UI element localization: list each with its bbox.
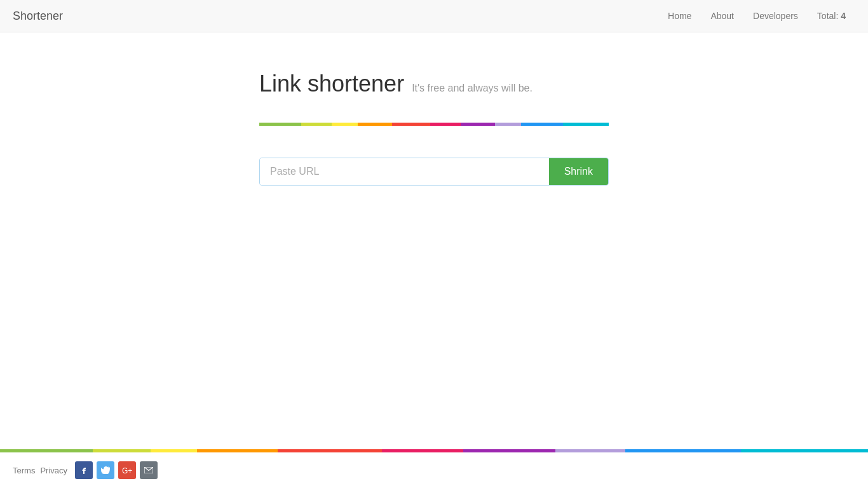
rainbow-pink (430, 123, 461, 126)
main-content: Link shortener It's free and always will… (0, 32, 868, 449)
social-google-icon[interactable]: G+ (118, 461, 136, 479)
url-form: Shrink (259, 158, 609, 186)
rainbow-yellow-green (301, 123, 332, 126)
navbar: Shortener Home About Developers Total: 4 (0, 0, 868, 32)
social-facebook-icon[interactable] (75, 461, 93, 479)
footer-rb-yellow-green (93, 449, 151, 452)
footer-rb-green (0, 449, 93, 452)
footer-terms[interactable]: Terms (13, 466, 35, 475)
svg-text:G+: G+ (122, 466, 132, 474)
hero-title-row: Link shortener It's free and always will… (259, 71, 609, 97)
hero-section: Link shortener It's free and always will… (259, 71, 609, 126)
rainbow-green (259, 123, 301, 126)
rainbow-red (392, 123, 430, 126)
rainbow-orange (358, 123, 392, 126)
shrink-button[interactable]: Shrink (549, 158, 608, 185)
footer-rb-pink (382, 449, 463, 452)
rainbow-cyan (563, 123, 609, 126)
footer-privacy[interactable]: Privacy (40, 466, 67, 475)
footer-rb-orange (197, 449, 278, 452)
nav-links: Home About Developers Total: 4 (658, 1, 855, 30)
footer-rb-cyan (741, 449, 868, 452)
footer-rainbow-bar (0, 449, 868, 452)
social-icons: G+ (75, 461, 158, 479)
footer: Terms Privacy G+ (0, 449, 868, 488)
footer-rb-red (278, 449, 382, 452)
nav-total: Total: 4 (808, 1, 855, 30)
footer-rb-blue (625, 449, 741, 452)
rainbow-purple (461, 123, 495, 126)
nav-developers[interactable]: Developers (743, 1, 808, 30)
hero-title: Link shortener (259, 71, 404, 97)
rainbow-yellow (332, 123, 358, 126)
rainbow-blue (521, 123, 563, 126)
footer-links: Terms Privacy G+ (0, 452, 868, 488)
rainbow-lavender (495, 123, 522, 126)
brand-logo[interactable]: Shortener (13, 10, 63, 23)
footer-rb-lavender (555, 449, 625, 452)
footer-rb-purple (463, 449, 556, 452)
hero-subtitle: It's free and always will be. (412, 83, 532, 94)
url-input[interactable] (260, 158, 549, 185)
nav-about[interactable]: About (701, 1, 743, 30)
social-email-icon[interactable] (140, 461, 158, 479)
footer-rb-yellow (151, 449, 197, 452)
nav-home[interactable]: Home (658, 1, 701, 30)
hero-rainbow-bar (259, 123, 609, 126)
social-twitter-icon[interactable] (97, 461, 114, 479)
